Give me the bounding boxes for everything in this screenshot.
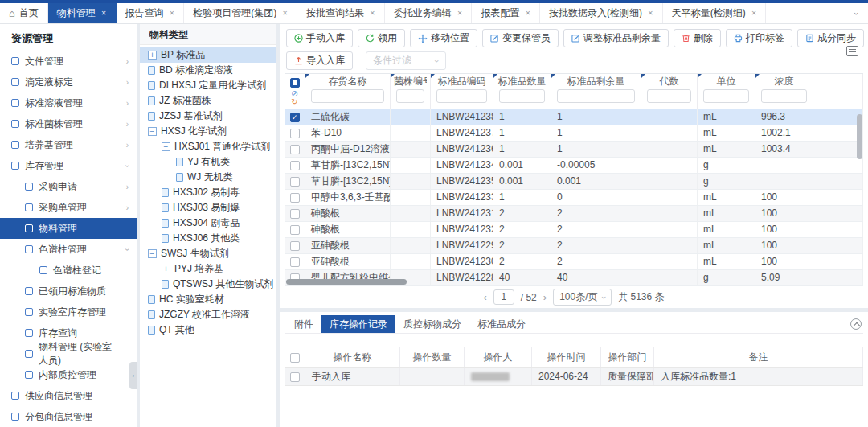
tree-node[interactable]: DLHXSJ 定量用化学试剂	[140, 78, 276, 93]
column-header[interactable]: 操作人	[465, 347, 532, 367]
tree-node-icon[interactable]: +	[148, 51, 157, 60]
tree-node-icon[interactable]	[148, 96, 155, 105]
tree-node[interactable]: JZGZY 校准工作溶液	[140, 307, 276, 322]
top-tab[interactable]: 按批查询结果 ✕	[297, 3, 385, 23]
tree-node-icon[interactable]	[148, 81, 155, 90]
horizontal-scrollbar[interactable]	[286, 279, 407, 285]
sidebar-item[interactable]: 分包商信息管理 ›	[0, 406, 137, 427]
sidebar-item[interactable]: 已领用标准物质 ›	[0, 281, 137, 302]
column-header[interactable]: 操作部门	[601, 347, 654, 367]
condition-filter-select[interactable]: 条件过滤 ›	[366, 51, 446, 70]
column-header[interactable]: 标准品编码	[431, 74, 493, 109]
detail-tab[interactable]: 标准品成分	[469, 315, 534, 333]
row-checkbox[interactable]	[290, 177, 300, 187]
column-filter-input[interactable]	[761, 89, 807, 103]
table-row[interactable]: 亚砷酸根LNBW24123022mL100	[285, 254, 863, 270]
table-row[interactable]: 亚砷酸根LNBW24122922mL100	[285, 238, 863, 254]
detail-tab[interactable]: 库存操作记录	[321, 315, 395, 333]
sidebar-item[interactable]: 文件管理 ›	[0, 51, 137, 72]
tree-node-icon[interactable]	[148, 66, 155, 75]
column-settings-icon[interactable]	[846, 46, 858, 56]
tree-node-icon[interactable]	[148, 310, 155, 319]
column-header[interactable]: 标准品剩余量	[551, 74, 641, 109]
sidebar-collapse-handle[interactable]: ‹	[129, 362, 137, 389]
table-row[interactable]: 手动入库2024-06-24质量保障部入库标准品数量:1	[285, 368, 863, 386]
row-checkbox[interactable]	[290, 257, 300, 267]
tab-close-icon[interactable]: ✕	[101, 10, 107, 17]
row-checkbox[interactable]	[290, 193, 300, 203]
top-tab[interactable]: 报告查询 ✕	[117, 3, 185, 23]
next-page-icon[interactable]: ›	[543, 291, 547, 303]
tree-node[interactable]: JZSJ 基准试剂	[140, 109, 276, 124]
table-row[interactable]: 砷酸根LNBW24123122mL100	[285, 206, 863, 222]
tab-overflow-chevron-icon[interactable]: ›	[845, 3, 868, 23]
tab-close-icon[interactable]: ✕	[282, 10, 288, 17]
tree-node[interactable]: WJ 无机类	[140, 170, 276, 185]
sidebar-item[interactable]: 实验室库存管理 ›	[0, 302, 137, 322]
tree-node[interactable]: JZ 标准菌株	[140, 93, 276, 109]
tab-close-icon[interactable]: ✕	[525, 10, 530, 17]
tree-node-icon[interactable]	[162, 280, 169, 289]
tree-node-icon[interactable]	[162, 188, 169, 197]
top-tab[interactable]: 物料管理 ✕	[48, 3, 117, 23]
column-header[interactable]: 操作名称	[305, 347, 400, 367]
sidebar-item[interactable]: 供应商信息管理 ›	[0, 385, 137, 406]
column-filter-input[interactable]	[436, 89, 487, 103]
delete-button[interactable]: 删除	[674, 29, 721, 47]
table-row[interactable]: 草甘膦-[13C2,15N]LNBW2412340.001-0.00005g	[285, 158, 863, 174]
sidebar-item[interactable]: 库存管理 ›	[0, 155, 137, 176]
tree-node-icon[interactable]: −	[148, 127, 157, 136]
prev-page-icon[interactable]: ‹	[483, 291, 486, 303]
tree-node[interactable]: − HXSJ01 普通化学试剂	[140, 139, 276, 154]
row-checkbox[interactable]	[290, 161, 300, 170]
tree-node-icon[interactable]: −	[162, 142, 170, 151]
row-checkbox[interactable]	[290, 209, 300, 219]
print-label-button[interactable]: 打印标签	[726, 29, 792, 47]
top-tab[interactable]: 委托业务编辑 ✕	[385, 3, 473, 23]
tree-node-icon[interactable]	[176, 158, 183, 166]
row-checkbox[interactable]	[290, 225, 300, 235]
tree-node[interactable]: + BP 标准品	[140, 47, 276, 63]
column-header[interactable]: 存货名称	[305, 74, 391, 109]
tree-node-icon[interactable]	[148, 295, 155, 304]
tree-node-icon[interactable]: +	[162, 265, 170, 273]
top-tab[interactable]: 检验项目管理(集团) ✕	[184, 3, 297, 23]
sidebar-item[interactable]: 标准菌株管理 ›	[0, 113, 137, 134]
sidebar-item[interactable]: 标准溶液管理 ›	[0, 92, 137, 113]
tree-node-icon[interactable]	[176, 173, 183, 182]
column-header[interactable]: 操作时间	[532, 347, 601, 367]
column-header[interactable]: 操作数量	[400, 347, 465, 367]
row-checkbox[interactable]	[290, 372, 300, 382]
page-size-select[interactable]: 100条/页 ›	[553, 289, 612, 306]
table-row[interactable]: 砷酸根LNBW24123222mL100	[285, 222, 863, 238]
tree-node[interactable]: BD 标准滴定溶液	[140, 63, 276, 78]
column-filter-input[interactable]	[557, 89, 635, 103]
tree-node[interactable]: − HXSJ 化学试剂	[140, 124, 276, 139]
row-checkbox[interactable]	[290, 129, 300, 138]
row-checkbox[interactable]	[290, 113, 300, 122]
table-row[interactable]: 丙酮中屈-D12溶液LNBW24123611mL1003.4	[285, 142, 863, 158]
tree-node-icon[interactable]: −	[148, 249, 157, 258]
tree-node-icon[interactable]	[162, 203, 169, 212]
vertical-scrollbar[interactable]	[857, 114, 862, 159]
sidebar-item[interactable]: 色谱柱登记 ›	[0, 260, 137, 281]
tree-node[interactable]: QTSWSJ 其他生物试剂	[140, 277, 276, 292]
column-header[interactable]: 代数	[641, 74, 698, 109]
tab-close-icon[interactable]: ✕	[751, 10, 757, 17]
tree-node[interactable]: HXSJ04 剧毒品	[140, 216, 276, 231]
column-filter-input[interactable]	[703, 89, 749, 103]
change-custodian-button[interactable]: 变更保管员	[482, 29, 559, 47]
column-header[interactable]: 菌株编号	[391, 74, 431, 109]
tree-node-icon[interactable]	[162, 234, 169, 243]
tree-node[interactable]: HC 实验室耗材	[140, 292, 276, 307]
table-row[interactable]: 草甘膦-[13C2,15N]LNBW2412350.0010.001g	[285, 174, 863, 190]
sidebar-item[interactable]: 采购单管理 ›	[0, 197, 137, 218]
top-tab[interactable]: ⌂ 首页 ✕	[0, 3, 48, 23]
row-checkbox[interactable]	[290, 241, 300, 251]
tree-node[interactable]: YJ 有机类	[140, 154, 276, 170]
collapse-panel-icon[interactable]	[850, 318, 862, 330]
column-filter-input[interactable]	[647, 89, 691, 103]
tab-close-icon[interactable]: ✕	[370, 10, 375, 17]
tab-close-icon[interactable]: ✕	[648, 10, 653, 17]
top-tab[interactable]: 报表配置 ✕	[472, 3, 540, 23]
